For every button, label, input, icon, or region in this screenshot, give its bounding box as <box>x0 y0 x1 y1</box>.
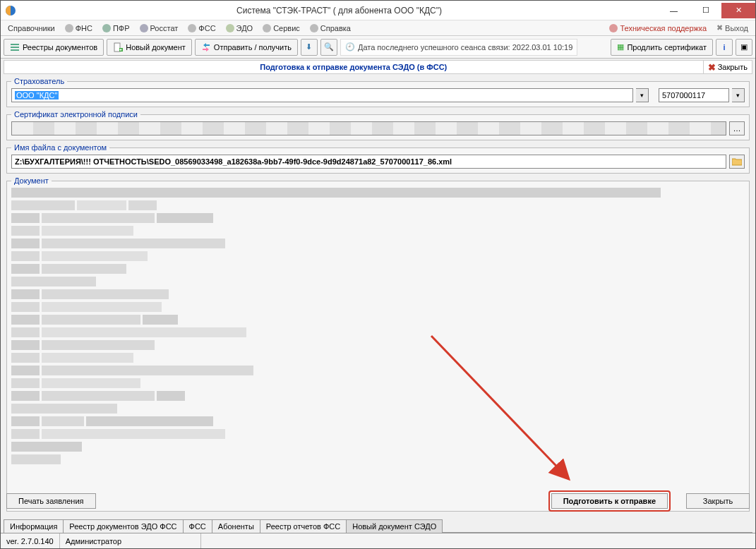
options-button[interactable]: ▣ <box>736 39 752 56</box>
tab-info[interactable]: Информация <box>4 519 64 533</box>
support-icon <box>609 24 618 32</box>
clock-icon: 🕘 <box>345 42 355 52</box>
insurer-legend: Страхователь <box>11 77 67 85</box>
menu-fns[interactable]: ФНС <box>61 23 97 34</box>
help-icon <box>310 24 318 32</box>
document-preview <box>11 188 745 507</box>
sync-icon <box>201 42 211 52</box>
fss-icon <box>188 24 196 32</box>
svg-rect-2 <box>11 47 19 48</box>
close-icon: ✖ <box>708 62 716 73</box>
main-menu: Справочники ФНС ПФР Росстат ФСС ЭДО Серв… <box>1 20 755 36</box>
inner-title: Подготовка к отправке документа СЭДО (в … <box>4 63 703 71</box>
browse-file-button[interactable] <box>729 155 745 169</box>
window-titlebar: Система "СТЭК-ТРАСТ" ( для абонента ООО … <box>1 1 755 20</box>
status-version: ver. 2.7.0.140 <box>1 533 60 548</box>
inner-close-button[interactable]: ✖ Закрыть <box>703 61 752 73</box>
menu-pfr[interactable]: ПФР <box>98 23 134 34</box>
exit-link[interactable]: ✖Выход <box>712 22 752 34</box>
tab-registry-reports-fss[interactable]: Реестр отчетов ФСС <box>260 519 347 533</box>
inner-header: Подготовка к отправке документа СЭДО (в … <box>4 60 752 74</box>
menu-fss[interactable]: ФСС <box>184 23 220 34</box>
menu-rosstat[interactable]: Росстат <box>136 23 183 34</box>
find-button[interactable]: 🔍 <box>320 39 337 56</box>
bottom-tabs: Информация Реестр документов ЭДО ФСС ФСС… <box>4 517 752 533</box>
extend-cert-button[interactable]: ▦ Продлить сертификат <box>611 39 713 56</box>
send-receive-button[interactable]: Отправить / получить <box>195 39 298 56</box>
exit-icon: ✖ <box>716 23 723 32</box>
insurer-group: Страхователь ООО "КДС" ▾ 5707000117 ▾ <box>6 77 750 107</box>
document-legend: Документ <box>11 176 52 185</box>
bottom-button-row: Печать заявления Подготовить к отправке … <box>6 490 750 512</box>
tab-subscribers[interactable]: Абоненты <box>212 519 260 533</box>
prepare-highlight: Подготовить к отправке <box>548 490 671 512</box>
layout-icon: ▣ <box>740 42 748 52</box>
filename-field[interactable]: Z:\БУХГАЛТЕРИЯ\!!! ОТЧЕТНОСТЬ\SEDO_08569… <box>11 155 726 169</box>
last-session-info: 🕘 Дата последнего успешного сеанса связи… <box>340 39 577 56</box>
window-close-button[interactable]: ✕ <box>721 3 755 18</box>
down-arrow-button[interactable]: ⬇ <box>301 39 318 56</box>
new-document-button[interactable]: Новый документ <box>107 39 192 56</box>
service-icon <box>263 24 271 32</box>
print-application-button[interactable]: Печать заявления <box>6 493 96 509</box>
close-button[interactable]: Закрыть <box>686 493 750 509</box>
minimize-button[interactable]: — <box>658 3 690 18</box>
status-user: Администратор <box>60 533 201 548</box>
maximize-button[interactable]: ☐ <box>690 3 721 18</box>
search-icon: 🔍 <box>324 42 334 52</box>
status-bar: ver. 2.7.0.140 Администратор <box>1 533 755 548</box>
info-icon: i <box>723 43 725 52</box>
edo-icon <box>226 24 234 32</box>
document-group: Документ <box>6 176 750 512</box>
svg-rect-4 <box>114 43 120 52</box>
code-combo[interactable]: 5707000117 <box>659 88 729 102</box>
cert-browse-button[interactable]: … <box>729 121 745 135</box>
download-icon: ⬇ <box>306 42 312 52</box>
menu-edo[interactable]: ЭДО <box>222 23 258 34</box>
plus-doc-icon <box>113 42 123 52</box>
rosstat-icon <box>140 24 148 32</box>
insurer-value: ООО "КДС" <box>15 91 59 99</box>
list-icon <box>10 42 20 52</box>
code-combo-dropdown[interactable]: ▾ <box>732 88 745 102</box>
registries-button[interactable]: Реестры документов <box>4 39 104 56</box>
pfr-icon <box>102 24 111 32</box>
insurer-combo-dropdown[interactable]: ▾ <box>636 88 649 102</box>
toolbar: Реестры документов Новый документ Отправ… <box>1 36 755 59</box>
tab-fss[interactable]: ФСС <box>183 519 212 533</box>
folder-icon <box>732 157 742 166</box>
cert-legend: Сертификат электронной подписи <box>11 110 140 119</box>
insurer-combo[interactable]: ООО "КДС" <box>11 88 633 102</box>
window-title: Система "СТЭК-ТРАСТ" ( для абонента ООО … <box>20 6 658 16</box>
cert-icon: ▦ <box>617 42 624 52</box>
tech-support-link[interactable]: Техническая поддержка <box>605 23 711 34</box>
cert-group: Сертификат электронной подписи … <box>6 110 750 140</box>
prepare-send-button[interactable]: Подготовить к отправке <box>551 493 668 509</box>
svg-rect-1 <box>11 44 19 45</box>
filename-group: Имя файла с документом Z:\БУХГАЛТЕРИЯ\!!… <box>6 143 750 174</box>
menu-spravochniki[interactable]: Справочники <box>4 23 59 34</box>
menu-service[interactable]: Сервис <box>258 23 304 34</box>
svg-rect-3 <box>11 49 19 51</box>
menu-help[interactable]: Справка <box>306 23 355 34</box>
fns-icon <box>65 24 73 32</box>
cert-field[interactable] <box>11 121 726 135</box>
code-value: 5707000117 <box>662 91 705 99</box>
app-logo-icon <box>5 5 16 16</box>
filename-legend: Имя файла с документом <box>11 143 109 152</box>
tab-new-document-sedo[interactable]: Новый документ СЭДО <box>346 519 443 533</box>
info-button[interactable]: i <box>716 39 733 56</box>
tab-registry-edo-fss[interactable]: Реестр документов ЭДО ФСС <box>63 519 183 533</box>
content-area: Страхователь ООО "КДС" ▾ 5707000117 ▾ Се… <box>4 76 752 514</box>
